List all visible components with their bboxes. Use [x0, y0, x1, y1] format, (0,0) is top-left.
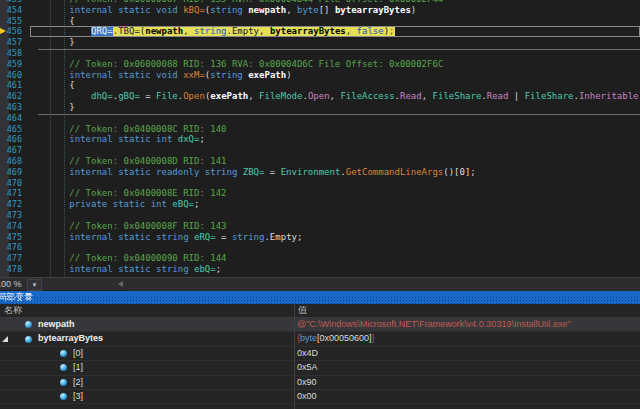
code-token: .TBQ=( — [113, 26, 146, 36]
code-token: // Token: 0x0400008E RID: 142 — [69, 188, 226, 198]
code-token: // Token: 0x06000088 RID: 136 RVA: 0x000… — [69, 59, 443, 69]
code-token: ZBQ= — [243, 167, 265, 177]
line-number: 455 — [0, 16, 26, 27]
code-line-458[interactable]: 458 — [0, 48, 640, 59]
code-token: // Token: 0x04000090 RID: 144 — [69, 253, 226, 263]
local-variable-row[interactable]: newpath@"C:\Windows\Microsoft.NET\Framew… — [0, 318, 640, 332]
local-name-cell: [1] — [0, 361, 294, 374]
horizontal-scrollbar[interactable] — [128, 278, 640, 291]
code-line-469[interactable]: 469internal static readonly string ZBQ= … — [0, 167, 640, 178]
code-text: // Token: 0x06000088 RID: 136 RVA: 0x000… — [26, 59, 443, 70]
line-number: 471 — [0, 188, 26, 199]
code-token: } — [69, 102, 74, 112]
value-token: @"C:\Windows\Microsoft.NET\Framework\v4.… — [297, 319, 571, 329]
line-number: 477 — [0, 253, 26, 264]
variable-value[interactable]: 0x4D — [294, 347, 640, 360]
locals-panel-title[interactable]: 局部变量 — [0, 291, 640, 304]
code-editor[interactable]: 453// Token: 0x06000087 RID: 135 RVA: 0x… — [0, 0, 640, 277]
code-token: newpath — [145, 26, 183, 36]
code-line-464[interactable]: 464 — [0, 113, 640, 124]
selected-token[interactable]: QRQ= — [91, 26, 113, 36]
code-text: { — [26, 16, 75, 27]
code-token: internal static string — [69, 232, 194, 242]
variable-icon — [25, 336, 32, 343]
local-variable-row[interactable]: bytearrayBytes{byte[0x00050600]} — [0, 332, 640, 346]
local-variable-row[interactable]: [0]0x4D — [0, 347, 640, 361]
value-token: 0x5A — [297, 362, 318, 372]
code-line-463[interactable]: 463} — [0, 102, 640, 113]
variable-icon — [60, 393, 67, 400]
expander-icon[interactable] — [2, 336, 8, 342]
code-line-478[interactable]: 478internal static string ebQ=; — [0, 264, 640, 275]
code-line-457[interactable]: 457} — [0, 37, 640, 48]
local-variable-row[interactable]: [3]0x00 — [0, 390, 640, 404]
variable-icon — [60, 350, 67, 357]
column-header-value[interactable]: 值 — [294, 304, 307, 317]
code-line-465[interactable]: 465// Token: 0x0400008C RID: 140 — [0, 124, 640, 135]
code-token: string — [210, 5, 248, 15]
code-token: | — [508, 91, 524, 101]
code-token: exePath — [210, 91, 248, 101]
code-token: gBQ= — [118, 91, 140, 101]
code-token: ()[0]; — [443, 167, 476, 177]
member-separator-line — [38, 49, 640, 50]
code-line-475[interactable]: 475internal static string eRQ= = string.… — [0, 232, 640, 243]
code-line-473[interactable]: 473 — [0, 210, 640, 221]
local-name-cell: bytearrayBytes — [0, 332, 294, 345]
code-text: } — [26, 37, 75, 48]
variable-value[interactable]: 0x90 — [294, 376, 640, 389]
code-line-456[interactable]: 456QRQ=.TBQ=(newpath, string.Empty, byte… — [0, 26, 640, 37]
value-token: [0x00050600] — [317, 333, 372, 343]
code-lines: 453// Token: 0x06000087 RID: 135 RVA: 0x… — [0, 0, 640, 275]
line-number: 462 — [0, 91, 26, 102]
code-line-477[interactable]: 477// Token: 0x04000090 RID: 144 — [0, 253, 640, 264]
code-line-474[interactable]: 474// Token: 0x0400008F RID: 143 — [0, 221, 640, 232]
line-number: 458 — [0, 48, 26, 59]
column-divider[interactable] — [294, 304, 295, 409]
code-line-467[interactable]: 467 — [0, 145, 640, 156]
variable-value[interactable]: {byte[0x00050600]} — [294, 332, 640, 345]
code-token: xxM= — [183, 70, 205, 80]
code-line-461[interactable]: 461{ — [0, 80, 640, 91]
variable-value[interactable]: @"C:\Windows\Microsoft.NET\Framework\v4.… — [294, 318, 640, 331]
line-number: 459 — [0, 59, 26, 70]
column-header-name[interactable]: 名称 — [0, 304, 294, 317]
local-name-cell: [2] — [0, 376, 294, 389]
code-token: // Token: 0x06000087 RID: 135 RVA: 0x000… — [69, 0, 443, 4]
code-token: string — [232, 232, 265, 242]
editor-bottom-bar: 100 % ▼ — [0, 277, 640, 290]
scroll-left-arrow-icon[interactable] — [118, 281, 123, 287]
code-line-472[interactable]: 472private static int eBQ=; — [0, 199, 640, 210]
value-token: } — [372, 333, 375, 343]
code-line-462[interactable]: 462dhQ=.gBQ= = File.Open(exePath, FileMo… — [0, 91, 640, 102]
line-number: 469 — [0, 167, 26, 178]
locals-column-headers: 名称 值 — [0, 304, 640, 318]
variable-value[interactable]: 0x00 — [294, 390, 640, 403]
code-line-471[interactable]: 471// Token: 0x0400008E RID: 142 — [0, 188, 640, 199]
statement-highlight: .TBQ=(newpath, string.Empty, bytearrayBy… — [113, 26, 395, 36]
code-line-454[interactable]: 454internal static void kBQ=(string newp… — [0, 5, 640, 16]
value-token: 0x90 — [297, 377, 317, 387]
variable-value[interactable]: 0x5A — [294, 361, 640, 374]
local-variable-row[interactable]: [2]0x90 — [0, 376, 640, 390]
code-token: internal static void — [69, 70, 183, 80]
local-name-cell: [3] — [0, 390, 294, 403]
code-token: GetCommandLineArgs — [346, 167, 444, 177]
code-line-466[interactable]: 466internal static int dxQ=; — [0, 134, 640, 145]
code-line-460[interactable]: 460internal static void xxM=(string exeP… — [0, 70, 640, 81]
line-number: 473 — [0, 210, 26, 221]
code-line-459[interactable]: 459// Token: 0x06000088 RID: 136 RVA: 0x… — [0, 59, 640, 70]
code-line-470[interactable]: 470 — [0, 178, 640, 189]
code-token: string — [210, 70, 248, 80]
code-token: FileAccess — [340, 91, 394, 101]
code-token: // Token: 0x0400008D RID: 141 — [69, 156, 226, 166]
zoom-dropdown-button[interactable]: ▼ — [27, 279, 42, 291]
code-token: ) — [411, 5, 416, 15]
code-line-476[interactable]: 476 — [0, 242, 640, 253]
code-line-468[interactable]: 468// Token: 0x0400008D RID: 141 — [0, 156, 640, 167]
code-token: FileShare — [525, 91, 574, 101]
local-variable-row[interactable]: [1]0x5A — [0, 361, 640, 375]
zoom-level-label: 100 % — [0, 279, 22, 289]
code-line-455[interactable]: 455{ — [0, 16, 640, 27]
line-number: 467 — [0, 145, 26, 156]
